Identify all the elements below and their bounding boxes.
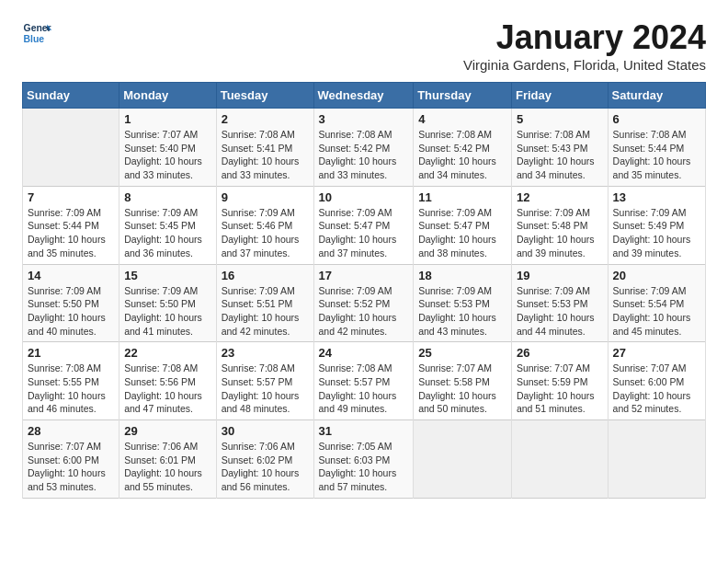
calendar-cell: 17Sunrise: 7:09 AM Sunset: 5:52 PM Dayli… [313,264,414,342]
calendar-cell: 19Sunrise: 7:09 AM Sunset: 5:53 PM Dayli… [511,264,608,342]
column-header-sunday: Sunday [23,83,119,109]
day-info: Sunrise: 7:09 AM Sunset: 5:48 PM Dayligh… [517,206,603,260]
calendar-cell: 16Sunrise: 7:09 AM Sunset: 5:51 PM Dayli… [216,264,313,342]
calendar-cell: 24Sunrise: 7:08 AM Sunset: 5:57 PM Dayli… [313,342,414,420]
calendar-cell: 8Sunrise: 7:09 AM Sunset: 5:45 PM Daylig… [119,186,216,264]
calendar-cell: 20Sunrise: 7:09 AM Sunset: 5:54 PM Dayli… [608,264,705,342]
calendar-cell: 1Sunrise: 7:07 AM Sunset: 5:40 PM Daylig… [119,109,216,187]
column-header-saturday: Saturday [608,83,705,109]
day-number: 16 [222,269,309,282]
day-number: 4 [418,112,506,126]
calendar-cell: 28Sunrise: 7:07 AM Sunset: 6:00 PM Dayli… [23,420,119,499]
day-info: Sunrise: 7:09 AM Sunset: 5:49 PM Dayligh… [613,206,700,260]
day-number: 18 [418,269,506,282]
day-info: Sunrise: 7:08 AM Sunset: 5:41 PM Dayligh… [222,128,309,182]
day-number: 17 [319,269,409,282]
day-number: 20 [613,269,700,282]
day-info: Sunrise: 7:09 AM Sunset: 5:46 PM Dayligh… [222,206,309,260]
day-info: Sunrise: 7:08 AM Sunset: 5:42 PM Dayligh… [418,128,506,182]
day-info: Sunrise: 7:09 AM Sunset: 5:50 PM Dayligh… [28,284,114,339]
day-info: Sunrise: 7:08 AM Sunset: 5:55 PM Dayligh… [28,362,114,416]
day-info: Sunrise: 7:08 AM Sunset: 5:57 PM Dayligh… [222,362,309,416]
day-number: 7 [28,190,114,204]
day-number: 30 [222,424,309,438]
day-info: Sunrise: 7:07 AM Sunset: 5:40 PM Dayligh… [124,128,210,182]
column-header-tuesday: Tuesday [216,83,313,109]
day-number: 11 [418,190,506,204]
title-block: January 2024 Virginia Gardens, Florida, … [463,18,706,73]
logo-icon: General Blue [22,18,51,48]
day-info: Sunrise: 7:08 AM Sunset: 5:43 PM Dayligh… [517,128,603,182]
day-number: 21 [28,346,114,360]
day-info: Sunrise: 7:09 AM Sunset: 5:54 PM Dayligh… [613,284,700,339]
calendar-cell: 15Sunrise: 7:09 AM Sunset: 5:50 PM Dayli… [119,264,216,342]
calendar-cell: 3Sunrise: 7:08 AM Sunset: 5:42 PM Daylig… [313,109,414,187]
calendar-cell: 11Sunrise: 7:09 AM Sunset: 5:47 PM Dayli… [414,186,512,264]
day-info: Sunrise: 7:09 AM Sunset: 5:53 PM Dayligh… [517,284,603,339]
calendar-header: SundayMondayTuesdayWednesdayThursdayFrid… [23,83,706,109]
day-info: Sunrise: 7:09 AM Sunset: 5:53 PM Dayligh… [418,284,506,339]
column-header-friday: Friday [511,83,608,109]
day-info: Sunrise: 7:07 AM Sunset: 5:59 PM Dayligh… [517,362,603,416]
calendar-cell: 21Sunrise: 7:08 AM Sunset: 5:55 PM Dayli… [23,342,119,420]
day-number: 25 [418,346,506,360]
day-info: Sunrise: 7:08 AM Sunset: 5:56 PM Dayligh… [124,362,210,416]
day-info: Sunrise: 7:09 AM Sunset: 5:47 PM Dayligh… [319,206,409,260]
day-number: 28 [28,424,114,438]
day-number: 6 [613,112,700,126]
day-number: 27 [613,346,700,360]
day-info: Sunrise: 7:06 AM Sunset: 6:02 PM Dayligh… [222,440,309,494]
calendar-cell: 9Sunrise: 7:09 AM Sunset: 5:46 PM Daylig… [216,186,313,264]
day-number: 1 [124,112,210,126]
day-number: 15 [124,269,210,282]
day-number: 13 [613,190,700,204]
logo: General Blue General Blue [22,18,51,48]
day-number: 24 [319,346,409,360]
location: Virginia Gardens, Florida, United States [463,57,706,73]
day-info: Sunrise: 7:09 AM Sunset: 5:47 PM Dayligh… [418,206,506,260]
calendar-cell: 14Sunrise: 7:09 AM Sunset: 5:50 PM Dayli… [23,264,119,342]
day-number: 12 [517,190,603,204]
calendar-cell: 18Sunrise: 7:09 AM Sunset: 5:53 PM Dayli… [414,264,512,342]
day-number: 19 [517,269,603,282]
day-info: Sunrise: 7:09 AM Sunset: 5:51 PM Dayligh… [222,284,309,339]
day-number: 2 [222,112,309,126]
day-number: 22 [124,346,210,360]
day-number: 14 [28,269,114,282]
svg-text:Blue: Blue [24,34,45,44]
calendar-cell [23,109,119,187]
page-header: General Blue General Blue January 2024 V… [22,18,706,73]
month-title: January 2024 [463,18,706,57]
calendar-cell: 23Sunrise: 7:08 AM Sunset: 5:57 PM Dayli… [216,342,313,420]
calendar-cell: 29Sunrise: 7:06 AM Sunset: 6:01 PM Dayli… [119,420,216,499]
day-info: Sunrise: 7:05 AM Sunset: 6:03 PM Dayligh… [319,440,409,494]
day-info: Sunrise: 7:08 AM Sunset: 5:42 PM Dayligh… [319,128,409,182]
day-info: Sunrise: 7:09 AM Sunset: 5:45 PM Dayligh… [124,206,210,260]
calendar-cell: 31Sunrise: 7:05 AM Sunset: 6:03 PM Dayli… [313,420,414,499]
day-number: 10 [319,190,409,204]
day-info: Sunrise: 7:08 AM Sunset: 5:57 PM Dayligh… [319,362,409,416]
day-info: Sunrise: 7:09 AM Sunset: 5:52 PM Dayligh… [319,284,409,339]
day-number: 8 [124,190,210,204]
column-header-wednesday: Wednesday [313,83,414,109]
calendar-cell [511,420,608,499]
day-info: Sunrise: 7:09 AM Sunset: 5:50 PM Dayligh… [124,284,210,339]
day-number: 23 [222,346,309,360]
day-number: 3 [319,112,409,126]
day-info: Sunrise: 7:09 AM Sunset: 5:44 PM Dayligh… [28,206,114,260]
day-info: Sunrise: 7:07 AM Sunset: 6:00 PM Dayligh… [613,362,700,416]
day-info: Sunrise: 7:07 AM Sunset: 6:00 PM Dayligh… [28,440,114,494]
calendar-cell: 10Sunrise: 7:09 AM Sunset: 5:47 PM Dayli… [313,186,414,264]
calendar-cell: 13Sunrise: 7:09 AM Sunset: 5:49 PM Dayli… [608,186,705,264]
day-number: 29 [124,424,210,438]
column-header-monday: Monday [119,83,216,109]
calendar-cell: 7Sunrise: 7:09 AM Sunset: 5:44 PM Daylig… [23,186,119,264]
calendar-cell: 5Sunrise: 7:08 AM Sunset: 5:43 PM Daylig… [511,109,608,187]
calendar-table: SundayMondayTuesdayWednesdayThursdayFrid… [22,82,706,499]
calendar-cell [608,420,705,499]
day-info: Sunrise: 7:06 AM Sunset: 6:01 PM Dayligh… [124,440,210,494]
calendar-cell: 30Sunrise: 7:06 AM Sunset: 6:02 PM Dayli… [216,420,313,499]
calendar-cell: 25Sunrise: 7:07 AM Sunset: 5:58 PM Dayli… [414,342,512,420]
calendar-cell: 12Sunrise: 7:09 AM Sunset: 5:48 PM Dayli… [511,186,608,264]
day-info: Sunrise: 7:08 AM Sunset: 5:44 PM Dayligh… [613,128,700,182]
